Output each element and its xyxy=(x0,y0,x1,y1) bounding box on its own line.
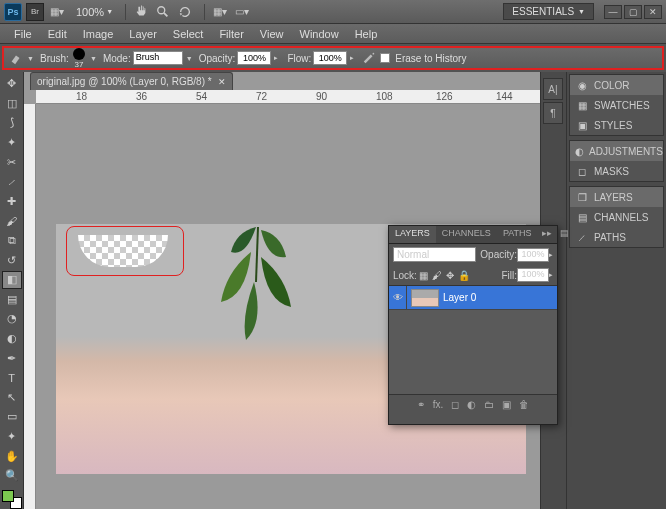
eraser-tool-icon[interactable]: ◧ xyxy=(2,271,22,289)
menu-window[interactable]: Window xyxy=(292,28,347,40)
tab-paths[interactable]: PATHS xyxy=(497,226,538,243)
toolbox: ✥ ◫ ⟆ ✦ ✂ ⟋ ✚ 🖌 ⧉ ↺ ◧ ▤ ◔ ◐ ✒ T ↖ ▭ ✦ ✋ … xyxy=(0,72,24,509)
layer-mask-icon[interactable]: ◻ xyxy=(451,399,459,410)
magic-wand-tool-icon[interactable]: ✦ xyxy=(2,134,22,152)
panel-label: CHANNELS xyxy=(594,212,648,223)
blur-tool-icon[interactable]: ◔ xyxy=(2,310,22,328)
layer-row[interactable]: 👁 Layer 0 xyxy=(389,286,557,310)
layers-panel-button[interactable]: ❒LAYERS xyxy=(570,187,663,207)
type-tool-icon[interactable]: T xyxy=(2,369,22,387)
pen-tool-icon[interactable]: ✒ xyxy=(2,349,22,367)
photoshop-logo-icon[interactable]: Ps xyxy=(4,3,22,21)
adjustment-layer-icon[interactable]: ◐ xyxy=(467,399,476,410)
layer-opacity-field[interactable]: 100% xyxy=(517,248,549,262)
document-tab[interactable]: original.jpg @ 100% (Layer 0, RGB/8) * ✕ xyxy=(30,72,233,90)
chevron-down-icon[interactable]: ▼ xyxy=(90,54,98,62)
chevron-right-icon[interactable]: ▸ xyxy=(350,54,358,62)
hand-tool-icon[interactable]: ✋ xyxy=(2,447,22,465)
new-layer-icon[interactable]: ▣ xyxy=(502,399,511,410)
color-swatch[interactable] xyxy=(2,490,22,509)
marquee-tool-icon[interactable]: ◫ xyxy=(2,95,22,113)
fill-label: Fill: xyxy=(501,270,517,281)
zoom-tool-icon[interactable]: 🔍 xyxy=(2,467,22,485)
tab-channels[interactable]: CHANNELS xyxy=(436,226,497,243)
menu-image[interactable]: Image xyxy=(75,28,122,40)
bridge-icon[interactable]: Br xyxy=(26,3,44,21)
tab-layers[interactable]: LAYERS xyxy=(389,226,436,243)
screen-mode-icon[interactable]: ▦▾ xyxy=(48,3,66,21)
delete-layer-icon[interactable]: 🗑 xyxy=(519,399,529,410)
airbrush-icon[interactable] xyxy=(361,50,377,66)
swatches-panel-button[interactable]: ▦SWATCHES xyxy=(570,95,663,115)
screen-mode2-icon[interactable]: ▭▾ xyxy=(233,3,251,21)
visibility-toggle-icon[interactable]: 👁 xyxy=(389,286,407,309)
layer-name[interactable]: Layer 0 xyxy=(443,292,476,303)
menu-file[interactable]: File xyxy=(6,28,40,40)
zoom-tool-icon[interactable] xyxy=(154,3,172,21)
content-area: ✥ ◫ ⟆ ✦ ✂ ⟋ ✚ 🖌 ⧉ ↺ ◧ ▤ ◔ ◐ ✒ T ↖ ▭ ✦ ✋ … xyxy=(0,72,666,509)
erase-history-checkbox[interactable] xyxy=(380,53,390,63)
layer-fill-field[interactable]: 100% xyxy=(517,268,549,282)
brush-preview-icon[interactable] xyxy=(73,48,85,60)
crop-tool-icon[interactable]: ✂ xyxy=(2,153,22,171)
masks-panel-button[interactable]: ◻MASKS xyxy=(570,161,663,181)
menu-help[interactable]: Help xyxy=(347,28,386,40)
paragraph-panel-icon[interactable]: ¶ xyxy=(543,102,563,124)
eyedropper-tool-icon[interactable]: ⟋ xyxy=(2,173,22,191)
flow-field[interactable]: 100% xyxy=(313,51,347,65)
3d-tool-icon[interactable]: ✦ xyxy=(2,428,22,446)
lock-transparency-icon[interactable]: ▦ xyxy=(419,270,428,281)
panel-label: STYLES xyxy=(594,120,632,131)
paths-panel-button[interactable]: ⟋PATHS xyxy=(570,227,663,247)
move-tool-icon[interactable]: ✥ xyxy=(2,75,22,93)
zoom-dropdown[interactable]: 100%▼ xyxy=(76,6,113,18)
chevron-down-icon[interactable]: ▼ xyxy=(186,54,194,62)
path-tool-icon[interactable]: ↖ xyxy=(2,389,22,407)
opacity-field[interactable]: 100% xyxy=(237,51,271,65)
dodge-tool-icon[interactable]: ◐ xyxy=(2,330,22,348)
menu-edit[interactable]: Edit xyxy=(40,28,75,40)
svg-point-2 xyxy=(373,53,375,55)
menu-view[interactable]: View xyxy=(252,28,292,40)
rotate-view-icon[interactable] xyxy=(176,3,194,21)
menu-layer[interactable]: Layer xyxy=(121,28,165,40)
arrange-docs-icon[interactable]: ▦▾ xyxy=(211,3,229,21)
menu-select[interactable]: Select xyxy=(165,28,212,40)
panel-menu-icon[interactable]: ▤ xyxy=(556,226,573,243)
collapse-icon[interactable]: ▸▸ xyxy=(538,226,556,243)
chevron-right-icon[interactable]: ▸ xyxy=(274,54,282,62)
healing-tool-icon[interactable]: ✚ xyxy=(2,193,22,211)
link-layers-icon[interactable]: ⚭ xyxy=(417,399,425,410)
maximize-button[interactable]: ▢ xyxy=(624,5,642,19)
color-panel-button[interactable]: ◉COLOR xyxy=(570,75,663,95)
minimize-button[interactable]: — xyxy=(604,5,622,19)
channels-panel-button[interactable]: ▤CHANNELS xyxy=(570,207,663,227)
history-brush-tool-icon[interactable]: ↺ xyxy=(2,251,22,269)
lock-position-icon[interactable]: ✥ xyxy=(446,270,454,281)
character-panel-icon[interactable]: A| xyxy=(543,78,563,100)
hand-tool-icon[interactable] xyxy=(132,3,150,21)
brush-tool-icon[interactable]: 🖌 xyxy=(2,212,22,230)
adjustments-panel-button[interactable]: ◐ADJUSTMENTS xyxy=(570,141,663,161)
foreground-color-swatch[interactable] xyxy=(2,490,14,502)
shape-tool-icon[interactable]: ▭ xyxy=(2,408,22,426)
chevron-down-icon[interactable]: ▼ xyxy=(27,54,35,62)
layers-panel[interactable]: LAYERS CHANNELS PATHS ▸▸ ▤ Normal Opacit… xyxy=(388,225,558,425)
lasso-tool-icon[interactable]: ⟆ xyxy=(2,114,22,132)
styles-panel-button[interactable]: ▣STYLES xyxy=(570,115,663,135)
layer-group-icon[interactable]: 🗀 xyxy=(484,399,494,410)
panel-label: COLOR xyxy=(594,80,630,91)
lock-pixels-icon[interactable]: 🖌 xyxy=(432,270,442,281)
gradient-tool-icon[interactable]: ▤ xyxy=(2,291,22,309)
eraser-tool-preset-icon[interactable] xyxy=(8,50,24,66)
workspace-switcher[interactable]: ESSENTIALS▼ xyxy=(503,3,594,20)
menu-filter[interactable]: Filter xyxy=(211,28,251,40)
lock-all-icon[interactable]: 🔒 xyxy=(458,270,470,281)
blend-mode-select[interactable]: Normal xyxy=(393,247,476,262)
close-button[interactable]: ✕ xyxy=(644,5,662,19)
mode-select[interactable]: Brush xyxy=(133,51,183,65)
stamp-tool-icon[interactable]: ⧉ xyxy=(2,232,22,250)
close-icon[interactable]: ✕ xyxy=(218,77,226,87)
layer-thumbnail[interactable] xyxy=(411,289,439,307)
layer-fx-icon[interactable]: fx. xyxy=(433,399,444,410)
